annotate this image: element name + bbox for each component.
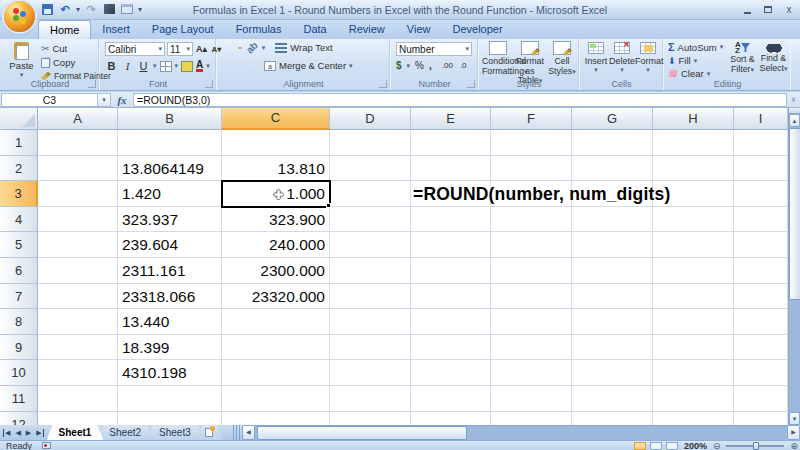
row-header-7[interactable]: 7	[0, 284, 38, 310]
cell-E5[interactable]	[411, 232, 491, 258]
cell-G10[interactable]	[572, 360, 653, 386]
cell-E11[interactable]	[411, 386, 491, 412]
cell-H4[interactable]	[653, 207, 734, 233]
page-layout-view-button[interactable]	[650, 442, 662, 450]
minimize-button[interactable]	[741, 4, 753, 15]
tab-insert[interactable]: Insert	[91, 20, 141, 39]
column-header-D[interactable]: D	[330, 108, 411, 130]
cell-H6[interactable]	[653, 258, 734, 284]
tab-page-layout[interactable]: Page Layout	[141, 20, 225, 39]
cell-H11[interactable]	[653, 386, 734, 412]
cell-D4[interactable]	[330, 207, 411, 233]
cell-G8[interactable]	[572, 309, 653, 335]
cell-B1[interactable]	[118, 130, 222, 156]
formula-input[interactable]: =ROUND(B3,0)	[133, 93, 787, 107]
cell-B7[interactable]: 23318.066	[118, 284, 222, 310]
insert-function-button[interactable]: fx	[111, 94, 133, 106]
save-icon[interactable]	[40, 2, 54, 16]
cell-H9[interactable]	[653, 335, 734, 361]
cell-A2[interactable]	[38, 156, 118, 182]
font-dialog-launcher-icon[interactable]	[205, 80, 213, 88]
zoom-slider-thumb[interactable]	[753, 442, 759, 450]
cell-B9[interactable]: 18.399	[118, 335, 222, 361]
cell-G4[interactable]	[572, 207, 653, 233]
cell-D11[interactable]	[330, 386, 411, 412]
previous-sheet-icon[interactable]: ◀	[15, 429, 20, 437]
cell-D8[interactable]	[330, 309, 411, 335]
cell-D5[interactable]	[330, 232, 411, 258]
cell-E4[interactable]	[411, 207, 491, 233]
column-header-C[interactable]: C	[222, 108, 330, 130]
cell-H1[interactable]	[653, 130, 734, 156]
next-sheet-icon[interactable]: ▶	[26, 429, 31, 437]
cell-H5[interactable]	[653, 232, 734, 258]
cell-D6[interactable]	[330, 258, 411, 284]
decrease-decimal-button[interactable]: .0	[459, 60, 468, 71]
insert-cells-button[interactable]: Insert ▾	[583, 40, 609, 74]
increase-decimal-button[interactable]: .00	[441, 60, 454, 71]
cell-B8[interactable]: 13.440	[118, 309, 222, 335]
wrap-text-button[interactable]: Wrap Text	[275, 42, 332, 53]
cell-B3[interactable]: 1.420	[118, 181, 222, 207]
orientation-icon[interactable]: ab	[244, 39, 260, 55]
cell-G11[interactable]	[572, 386, 653, 412]
cell-E10[interactable]	[411, 360, 491, 386]
cell-H7[interactable]	[653, 284, 734, 310]
font-color-icon[interactable]: A	[196, 60, 203, 72]
cell-C12[interactable]	[222, 412, 330, 425]
column-header-F[interactable]: F	[491, 108, 572, 130]
cell-B6[interactable]: 2311.161	[118, 258, 222, 284]
first-sheet-icon[interactable]: ◀	[3, 429, 10, 437]
cell-E9[interactable]	[411, 335, 491, 361]
column-header-I[interactable]: I	[734, 108, 788, 130]
cell-G1[interactable]	[572, 130, 653, 156]
cell-A12[interactable]	[38, 412, 118, 425]
cell-C2[interactable]: 13.810	[222, 156, 330, 182]
cell-I5[interactable]	[734, 232, 788, 258]
row-header-8[interactable]: 8	[0, 309, 38, 335]
cell-G9[interactable]	[572, 335, 653, 361]
cell-G7[interactable]	[572, 284, 653, 310]
tab-data[interactable]: Data	[292, 20, 337, 39]
vertical-scrollbar[interactable]: ▲ ▼	[788, 108, 800, 425]
find-select-button[interactable]: Find & Select▾	[758, 40, 789, 74]
sheet-tab-sheet2[interactable]: Sheet2	[97, 425, 153, 440]
close-button[interactable]: x	[783, 4, 795, 15]
zoom-level[interactable]: 200%	[684, 441, 707, 450]
cell-I10[interactable]	[734, 360, 788, 386]
name-box-dropdown-icon[interactable]: ▾	[98, 93, 111, 107]
zoom-in-icon[interactable]: ⊕	[790, 441, 798, 450]
cell-E1[interactable]	[411, 130, 491, 156]
cell-A7[interactable]	[38, 284, 118, 310]
vertical-scroll-thumb[interactable]	[789, 128, 800, 300]
row-header-9[interactable]: 9	[0, 335, 38, 361]
sheet-tab-sheet1[interactable]: Sheet1	[47, 425, 104, 440]
cell-G5[interactable]	[572, 232, 653, 258]
borders-icon[interactable]	[160, 61, 172, 72]
normal-view-button[interactable]	[634, 442, 646, 450]
cell-F5[interactable]	[491, 232, 572, 258]
decrease-indent-button[interactable]	[246, 65, 250, 67]
row-header-6[interactable]: 6	[0, 258, 38, 284]
window-tool-icon[interactable]	[120, 2, 134, 16]
select-all-button[interactable]	[0, 108, 38, 130]
cell-C4[interactable]: 323.900	[222, 207, 330, 233]
cell-I2[interactable]	[734, 156, 788, 182]
cell-H12[interactable]	[653, 412, 734, 425]
tab-home[interactable]: Home	[38, 20, 91, 39]
macro-record-icon[interactable]	[42, 442, 51, 449]
zoom-slider[interactable]	[726, 445, 784, 447]
italic-button[interactable]: I	[121, 60, 134, 72]
cell-I1[interactable]	[734, 130, 788, 156]
underline-button[interactable]: U	[137, 60, 150, 72]
undo-icon[interactable]: ↶	[58, 2, 72, 16]
cell-H10[interactable]	[653, 360, 734, 386]
horizontal-scroll-track[interactable]	[255, 425, 787, 440]
cell-A10[interactable]	[38, 360, 118, 386]
page-break-view-button[interactable]	[666, 442, 678, 450]
underline-dropdown-icon[interactable]: ▾	[153, 62, 157, 70]
cell-C10[interactable]	[222, 360, 330, 386]
cell-D3[interactable]	[330, 181, 411, 207]
cell-E12[interactable]	[411, 412, 491, 425]
number-format-combo[interactable]: Number▾	[396, 42, 472, 56]
